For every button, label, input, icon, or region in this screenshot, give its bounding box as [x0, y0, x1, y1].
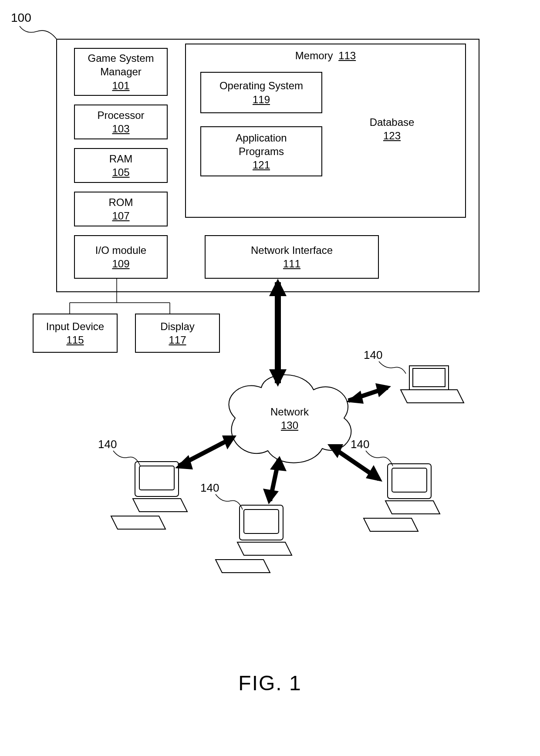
nic-num: 111: [283, 257, 300, 270]
ref-140-laptop: 140: [364, 348, 382, 362]
ref-140-right: 140: [351, 438, 369, 451]
svg-rect-24: [244, 510, 279, 533]
processor-label: Processor: [97, 108, 144, 122]
input-device-box: Input Device 115: [33, 314, 118, 353]
svg-marker-15: [270, 456, 287, 471]
memory-num: 113: [338, 50, 356, 61]
network-interface-box: Network Interface 111: [205, 235, 379, 279]
rom-label: ROM: [109, 196, 133, 209]
pc-left-icon: [111, 462, 187, 529]
os-num: 119: [253, 93, 270, 106]
network-num: 130: [257, 418, 322, 432]
io-num: 109: [112, 257, 129, 270]
db-label: Database: [355, 115, 429, 129]
application-programs-box: ApplicationPrograms 121: [200, 126, 322, 176]
memory-title: Memory 113: [186, 49, 465, 62]
svg-rect-25: [388, 464, 431, 499]
input-num: 115: [66, 333, 84, 347]
svg-rect-23: [240, 505, 283, 540]
operating-system-box: Operating System 119: [200, 72, 322, 113]
ram-label: RAM: [109, 152, 132, 165]
apps-label: ApplicationPrograms: [236, 131, 287, 158]
os-label: Operating System: [219, 79, 303, 92]
game-system-manager-box: Game SystemManager 101: [74, 48, 168, 96]
svg-marker-6: [269, 279, 287, 296]
apps-num: 121: [253, 158, 270, 172]
svg-rect-22: [139, 466, 174, 490]
pc-center-icon: [216, 505, 292, 573]
svg-marker-10: [375, 383, 391, 397]
processor-num: 103: [112, 122, 129, 135]
ref-140-center: 140: [200, 481, 219, 495]
svg-rect-21: [135, 462, 179, 496]
database-label-group: Database 123: [355, 115, 429, 142]
processor-box: Processor 103: [74, 105, 168, 139]
network-label: Network: [257, 405, 322, 418]
input-label: Input Device: [46, 320, 104, 333]
network-cloud-label: Network 130: [257, 405, 322, 432]
display-box: Display 117: [135, 314, 220, 353]
svg-rect-26: [392, 468, 427, 492]
memory-label: Memory: [295, 50, 333, 61]
gsm-num: 101: [112, 79, 129, 92]
svg-marker-16: [263, 489, 279, 504]
display-label: Display: [160, 320, 195, 333]
ram-num: 105: [112, 165, 129, 179]
display-num: 117: [169, 333, 186, 347]
svg-marker-9: [346, 391, 364, 404]
nic-to-network-arrow: [269, 279, 287, 387]
laptop-icon: [401, 366, 464, 403]
io-label: I/O module: [95, 243, 146, 257]
rom-num: 107: [112, 209, 129, 223]
db-num: 123: [355, 129, 429, 142]
svg-rect-27: [413, 368, 445, 387]
figure-canvas: 100: [0, 0, 540, 756]
rom-box: ROM 107: [74, 192, 168, 226]
ram-box: RAM 105: [74, 148, 168, 183]
svg-marker-7: [269, 369, 287, 387]
gsm-label: Game SystemManager: [88, 51, 154, 78]
io-module-box: I/O module 109: [74, 235, 168, 279]
ref-140-left: 140: [98, 438, 117, 451]
figure-title: FIG. 1: [0, 671, 540, 695]
nic-label: Network Interface: [251, 243, 333, 257]
